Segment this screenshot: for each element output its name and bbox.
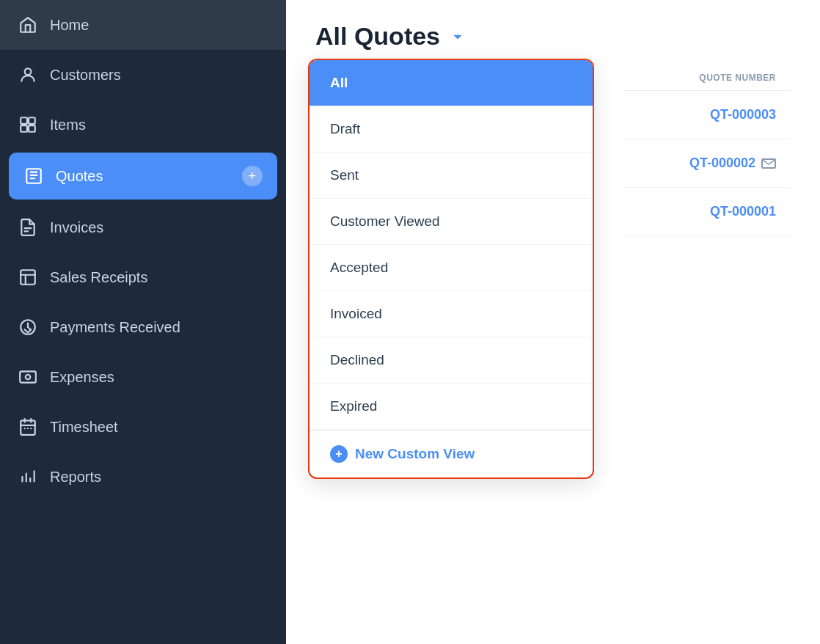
svg-rect-1 [21, 117, 27, 124]
items-icon [18, 114, 38, 135]
sidebar-item-timesheet[interactable]: Timesheet [0, 402, 286, 452]
sidebar-item-home[interactable]: Home [0, 0, 286, 50]
sidebar-item-label-payments-received: Payments Received [50, 319, 268, 336]
svg-rect-10 [20, 371, 36, 382]
svg-rect-2 [29, 117, 35, 124]
dropdown-toggle[interactable] [447, 26, 468, 47]
sidebar-item-label-quotes: Quotes [56, 168, 230, 185]
sidebar-item-label-customers: Customers [50, 67, 268, 84]
sidebar-item-reports[interactable]: Reports [0, 452, 286, 502]
column-header-quote-number: QUOTE NUMBER [623, 73, 791, 83]
sidebar-item-quotes[interactable]: Quotes + [9, 153, 277, 200]
svg-rect-8 [21, 270, 35, 285]
table-row: QT-000001 [623, 188, 791, 236]
dropdown-item-customer-viewed[interactable]: Customer Viewed [310, 199, 593, 245]
main-content: All Quotes All Draft Sent Customer Viewe… [286, 0, 820, 644]
quote-number-2[interactable]: QT-000002 [689, 155, 791, 171]
dropdown-item-declined[interactable]: Declined [310, 337, 593, 384]
sidebar-item-sales-receipts[interactable]: Sales Receipts [0, 252, 286, 302]
quote-number-1[interactable]: QT-000003 [710, 107, 791, 122]
timesheet-icon [18, 417, 38, 437]
sidebar-item-label-expenses: Expenses [50, 369, 268, 386]
sidebar-item-customers[interactable]: Customers [0, 50, 286, 100]
sidebar-item-label-reports: Reports [50, 469, 268, 486]
svg-rect-3 [21, 125, 27, 132]
dropdown-item-all[interactable]: All [310, 60, 593, 106]
sidebar-item-invoices[interactable]: Invoices [0, 202, 286, 252]
table-row: QT-000002 [623, 139, 791, 188]
sidebar-item-payments-received[interactable]: Payments Received [0, 302, 286, 352]
page-title: All Quotes [315, 22, 440, 51]
sidebar-item-label-items: Items [50, 117, 268, 133]
quotes-table: QUOTE NUMBER QT-000003 QT-000002 QT-0000… [623, 65, 791, 236]
sidebar-item-label-timesheet: Timesheet [50, 419, 268, 436]
svg-point-11 [26, 375, 31, 380]
svg-rect-12 [21, 420, 35, 435]
sidebar-item-label-sales-receipts: Sales Receipts [50, 269, 268, 286]
sales-receipts-icon [18, 267, 38, 288]
expenses-icon [18, 367, 38, 387]
sidebar-item-label-home: Home [50, 17, 268, 34]
page-title-row: All Quotes [315, 22, 791, 51]
filter-dropdown: All Draft Sent Customer Viewed Accepted … [308, 59, 594, 479]
sidebar-item-label-invoices: Invoices [50, 219, 268, 236]
sidebar: Home Customers Items [0, 0, 286, 644]
table-header: QUOTE NUMBER [623, 65, 791, 91]
quote-number-3[interactable]: QT-000001 [710, 204, 791, 219]
email-icon [761, 158, 776, 169]
reports-icon [18, 466, 38, 487]
quotes-add-button[interactable]: + [242, 166, 263, 186]
home-icon [18, 15, 38, 35]
sidebar-item-expenses[interactable]: Expenses [0, 352, 286, 402]
sidebar-item-items[interactable]: Items [0, 100, 286, 150]
payments-icon [18, 317, 38, 337]
customers-icon [18, 65, 38, 85]
svg-point-0 [25, 68, 32, 75]
new-custom-view-button[interactable]: + New Custom View [310, 430, 593, 477]
invoices-icon [18, 217, 38, 238]
dropdown-item-invoiced[interactable]: Invoiced [310, 291, 593, 337]
new-custom-plus-icon: + [330, 445, 348, 463]
dropdown-item-sent[interactable]: Sent [310, 153, 593, 199]
new-custom-view-label: New Custom View [355, 446, 475, 462]
quotes-icon [23, 166, 44, 186]
table-row: QT-000003 [623, 91, 791, 139]
dropdown-item-accepted[interactable]: Accepted [310, 245, 593, 291]
dropdown-item-expired[interactable]: Expired [310, 384, 593, 430]
dropdown-item-draft[interactable]: Draft [310, 106, 593, 153]
svg-rect-4 [29, 125, 35, 132]
